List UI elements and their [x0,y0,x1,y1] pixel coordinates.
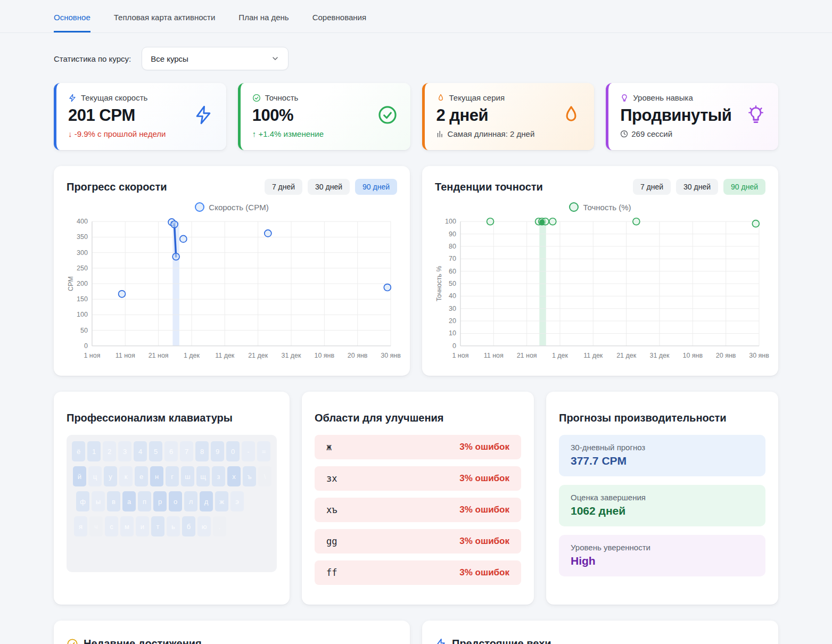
forecast-label: Уровень уверенности [571,543,754,552]
keyboard-key: и [136,516,149,536]
upcoming-milestones-card: Предстоящие вехи [422,621,778,644]
svg-text:11 ноя: 11 ноя [116,352,135,359]
keyboard-key: = [257,441,270,461]
keyboard-key: х [227,466,241,486]
keyboard-key: ё [72,441,85,461]
stat-title: Точность [265,93,299,102]
keyboard-key: м [120,516,134,536]
svg-text:50: 50 [80,327,88,334]
range-90d-button[interactable]: 90 дней [355,179,397,195]
keyboard-key: 8 [195,441,209,461]
bulb-icon [746,105,765,125]
keyboard-key: ц [88,466,102,486]
data-point[interactable] [265,230,271,237]
improvement-row: ж 3% ошибок [315,435,521,459]
keyboard-row: ё1234567890-= [72,441,271,461]
stat-detail: Самая длинная: 2 дней [448,129,535,138]
keyboard-key: 2 [103,441,116,461]
keyboard-key: - [242,441,255,461]
data-point[interactable] [487,218,494,225]
data-point[interactable] [752,220,759,227]
tab-competitions[interactable]: Соревнования [312,13,366,32]
flame-icon [436,94,445,102]
svg-text:20: 20 [449,317,456,325]
data-point[interactable] [549,218,556,225]
error-key: gg [326,536,337,547]
keyboard-key: у [104,466,117,486]
stat-card-skill: Уровень навыка Продвинутый 269 сессий [606,83,778,150]
range-7d-button[interactable]: 7 дней [633,179,671,195]
forecast-value: High [571,555,754,567]
tab-activity-heatmap[interactable]: Тепловая карта активности [114,13,216,32]
keyboard-key: 7 [180,441,193,461]
bar-chart-icon [436,130,444,138]
keyboard-key: ж [215,491,228,511]
improvement-row: gg 3% ошибок [315,529,521,554]
keyboard-key: д [200,491,213,511]
keyboard-key: ш [181,466,194,486]
typing-stats-dashboard: Основное Тепловая карта активности План … [0,0,832,644]
svg-text:21 дек: 21 дек [616,352,637,359]
chart-title: Прогресс скорости [67,181,167,193]
data-point-selected[interactable] [539,219,545,225]
y-axis-label: Точность % [435,266,443,302]
bulb-icon [620,94,629,102]
course-select[interactable]: Все курсы [142,47,289,70]
accuracy-trend-chart: 01020304050607080901001 ноя11 ноя21 ноя1… [435,215,765,370]
data-point[interactable] [172,253,179,260]
error-rate: 3% ошибок [459,473,509,484]
keyboard-key: п [138,491,151,511]
svg-text:10 янв: 10 янв [315,352,335,359]
panel-title: Прогнозы производительности [559,412,765,424]
lightning-icon [68,94,77,102]
keyboard-key: к [119,466,133,486]
svg-text:11 ноя: 11 ноя [484,352,504,359]
keyboard-key: н [150,466,163,486]
stat-value: 100% [252,106,399,125]
keyboard-key: з [212,466,225,486]
course-filter-row: Статистика по курсу: Все курсы [0,33,832,70]
range-7d-button[interactable]: 7 дней [265,179,302,195]
check-circle-icon [252,94,261,102]
improvement-row: хъ 3% ошибок [315,498,521,522]
range-90d-button[interactable]: 90 дней [723,179,765,195]
svg-text:60: 60 [449,268,456,275]
clock-icon [620,130,628,138]
data-point[interactable] [633,218,640,225]
keyboard-key: 0 [226,441,240,461]
data-point[interactable] [119,291,126,298]
svg-text:80: 80 [449,243,456,250]
tab-bar: Основное Тепловая карта активности План … [0,0,832,33]
keyboard-key: а [122,491,136,511]
forecast-value: 1062 дней [571,505,754,517]
svg-text:21 дек: 21 дек [248,352,268,359]
svg-text:30 янв: 30 янв [749,352,769,359]
section-title: Предстоящие вехи [452,638,551,644]
svg-text:1 ноя: 1 ноя [452,352,468,359]
range-buttons: 7 дней 30 дней 90 дней [265,179,397,195]
error-key: ж [326,442,332,452]
stat-value: 2 дней [436,106,583,125]
tab-main[interactable]: Основное [54,13,90,32]
forecast-label: 30-дневный прогноз [571,443,754,452]
accuracy-trend-card: Тенденции точности 7 дней 30 дней 90 дне… [422,166,778,376]
forecast-label: Оценка завершения [571,493,754,502]
svg-text:30: 30 [449,305,456,312]
tab-day-plan[interactable]: План на день [238,13,289,32]
error-rate: 3% ошибок [459,536,509,547]
data-point[interactable] [384,284,391,291]
keyboard-key: в [107,491,120,511]
range-30d-button[interactable]: 30 дней [676,179,718,195]
keyboard-key: ч [89,516,103,536]
stat-card-speed: Текущая скорость 201 CPM ↓ -9.9% с прошл… [54,83,226,150]
stat-title: Текущая скорость [81,93,147,102]
range-30d-button[interactable]: 30 дней [308,179,350,195]
speed-progress-chart: 0501001502002503003504001 ноя11 ноя21 но… [67,215,397,370]
section-title: Недавние достижения [84,638,202,644]
stat-value: Продвинутый [620,106,767,125]
data-point[interactable] [171,221,178,228]
forecast-confidence: Уровень уверенности High [559,535,765,576]
data-point[interactable] [180,235,187,242]
keyboard-key: е [135,466,148,486]
error-rate: 3% ошибок [459,442,509,452]
